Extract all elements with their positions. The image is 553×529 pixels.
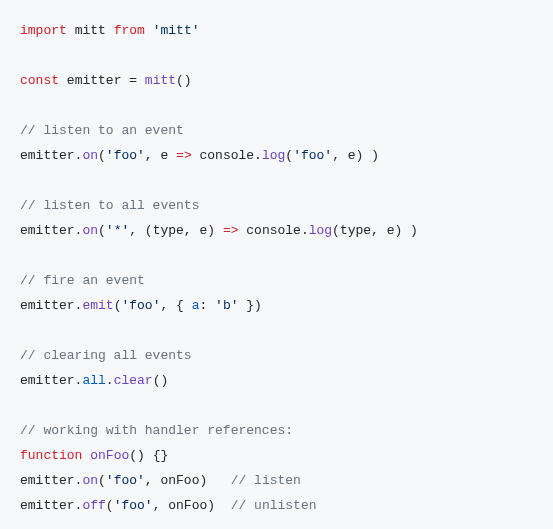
string: 'b' (215, 298, 238, 313)
text (106, 23, 114, 38)
function-call: mitt (145, 73, 176, 88)
code-line: // clearing all events (20, 343, 533, 368)
blank-line (20, 43, 533, 68)
string: 'mitt' (153, 23, 200, 38)
code-line: emitter.off('foo', onFoo) // unlisten (20, 493, 533, 518)
code-block: import mitt from 'mitt' const emitter = … (0, 0, 553, 529)
text: () (176, 73, 192, 88)
text (67, 23, 75, 38)
code-line: // working with handler references: (20, 418, 533, 443)
code-line: emitter.on('foo', e => console.log('foo'… (20, 143, 533, 168)
comment: // listen to an event (20, 123, 184, 138)
text: }) (239, 298, 262, 313)
code-line: emitter.on('*', (type, e) => console.log… (20, 218, 533, 243)
text: emitter. (20, 373, 82, 388)
method: on (82, 148, 98, 163)
blank-line (20, 243, 533, 268)
comment: // fire an event (20, 273, 145, 288)
text: , e (145, 148, 176, 163)
text: console. (192, 148, 262, 163)
text: : (200, 298, 216, 313)
keyword-function: function (20, 448, 82, 463)
arrow: => (176, 148, 192, 163)
method: on (82, 223, 98, 238)
text: () {} (129, 448, 168, 463)
text: ( (285, 148, 293, 163)
text: emitter. (20, 498, 82, 513)
text: emitter. (20, 223, 82, 238)
code-line: const emitter = mitt() (20, 68, 533, 93)
keyword-import: import (20, 23, 67, 38)
method: clear (114, 373, 153, 388)
object-key: a (192, 298, 200, 313)
method: off (82, 498, 105, 513)
arrow: => (223, 223, 239, 238)
comment: // listen to all events (20, 198, 199, 213)
code-line: emitter.all.clear() (20, 368, 533, 393)
identifier: mitt (75, 23, 106, 38)
comment: // working with handler references: (20, 423, 293, 438)
method: log (309, 223, 332, 238)
comment: // unlisten (231, 498, 317, 513)
text: () (153, 373, 169, 388)
keyword-const: const (20, 73, 59, 88)
text: = (121, 73, 144, 88)
comment: // listen (231, 473, 301, 488)
blank-line (20, 393, 533, 418)
text: , { (160, 298, 191, 313)
text: (type, e) ) (332, 223, 418, 238)
blank-line (20, 93, 533, 118)
code-line: emitter.emit('foo', { a: 'b' }) (20, 293, 533, 318)
text: . (106, 373, 114, 388)
code-line: // fire an event (20, 268, 533, 293)
string: 'foo' (114, 498, 153, 513)
property: all (82, 373, 105, 388)
text: , e) ) (332, 148, 379, 163)
text: ( (106, 498, 114, 513)
string: 'foo' (293, 148, 332, 163)
code-line: function onFoo() {} (20, 443, 533, 468)
text: ( (98, 148, 106, 163)
code-line: // listen to an event (20, 118, 533, 143)
text: , onFoo) (153, 498, 231, 513)
string: '*' (106, 223, 129, 238)
method: emit (82, 298, 113, 313)
comment: // clearing all events (20, 348, 192, 363)
blank-line (20, 168, 533, 193)
text: emitter. (20, 148, 82, 163)
text: emitter. (20, 298, 82, 313)
function-name: onFoo (90, 448, 129, 463)
code-line: emitter.on('foo', onFoo) // listen (20, 468, 533, 493)
text: , (type, e) (129, 223, 223, 238)
code-line: import mitt from 'mitt' (20, 18, 533, 43)
text: emitter. (20, 473, 82, 488)
string: 'foo' (106, 473, 145, 488)
text: , onFoo) (145, 473, 231, 488)
identifier: emitter (67, 73, 122, 88)
text (59, 73, 67, 88)
method: on (82, 473, 98, 488)
blank-line (20, 318, 533, 343)
text (145, 23, 153, 38)
string: 'foo' (121, 298, 160, 313)
text: ( (98, 473, 106, 488)
text: ( (98, 223, 106, 238)
method: log (262, 148, 285, 163)
keyword-from: from (114, 23, 145, 38)
string: 'foo' (106, 148, 145, 163)
code-line: // listen to all events (20, 193, 533, 218)
text: console. (238, 223, 308, 238)
